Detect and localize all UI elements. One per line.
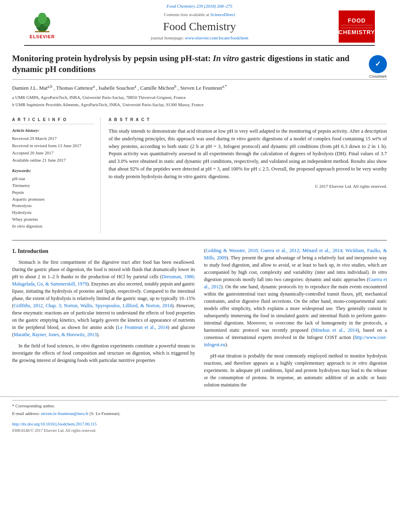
journal-header: Food Chemistry 239 (2018) 268–275 ELSEVI… xyxy=(24,0,375,46)
crossmark-badge: ✓ CrossMark xyxy=(369,55,387,73)
section-divider xyxy=(12,240,387,240)
article-info-col: A R T I C L E I N F O Article history: R… xyxy=(12,117,101,234)
doi-section: http://dx.doi.org/10.1016/j.foodchem.201… xyxy=(12,420,387,428)
email-link[interactable]: steven.le-feunteun@inra.fr xyxy=(41,411,88,416)
received-date: Received 29 March 2017 xyxy=(12,136,95,142)
accepted-date: Accepted 20 June 2017 xyxy=(12,150,95,156)
intro-heading: 1. Introduction xyxy=(12,247,195,255)
badge-chemistry: CHEMISTRY xyxy=(339,29,375,35)
keyword-3: Pepsin xyxy=(12,189,95,196)
crossmark-label: CrossMark xyxy=(369,74,387,79)
author2-sup: a xyxy=(93,84,95,88)
intro-para4: pH-stat titration is probably the most c… xyxy=(204,352,387,388)
journal-header-row: ELSEVIER Contents lists available at Sci… xyxy=(24,10,375,43)
keyword-2: Titrimetry xyxy=(12,183,95,189)
article-info-label: A R T I C L E I N F O xyxy=(12,117,95,125)
author1-sup: a,b xyxy=(47,84,52,88)
page: Food Chemistry 239 (2018) 268–275 ELSEVI… xyxy=(0,0,399,532)
intro-para1: Stomach is the first compartment of the … xyxy=(12,259,195,338)
keyword-7: Whey proteins xyxy=(12,216,95,223)
keywords-label: Keywords: xyxy=(12,168,95,174)
keyword-4: Aspartic proteases xyxy=(12,196,95,203)
elsevier-tree-icon xyxy=(30,13,54,33)
keywords-section: Keywords: pH-stat Titrimetry Pepsin Aspa… xyxy=(12,168,95,230)
elsevier-logo: ELSEVIER xyxy=(24,11,60,42)
journal-title: Food Chemistry xyxy=(60,20,339,33)
crossmark-icon: ✓ xyxy=(369,55,387,73)
affiliation-a: a UMR GMPA, AgroParisTech, INRA, Univers… xyxy=(12,94,387,101)
authors-section: Damien J.L. Mata,b , Thomas Cattenoza , … xyxy=(12,80,387,111)
body-col-left: 1. Introduction Stomach is the first com… xyxy=(12,247,195,392)
rights-footer: 0308-8146/© 2017 Elsevier Ltd. All right… xyxy=(12,428,387,434)
journal-citation: Food Chemistry 239 (2018) 268–275 xyxy=(24,0,375,10)
copyright: © 2017 Elsevier Ltd. All rights reserved… xyxy=(109,183,387,190)
article-info-abstract: A R T I C L E I N F O Article history: R… xyxy=(12,117,387,234)
svg-point-4 xyxy=(38,13,47,24)
affiliation-b: b UMR Ingénierie Procédés Aliments, Agro… xyxy=(12,102,387,108)
abstract-label: A B S T R A C T xyxy=(109,117,387,125)
food-chemistry-badge: FOOD CHEMISTRY xyxy=(339,10,375,43)
article-history: Article history: Received 29 March 2017 … xyxy=(12,127,95,164)
badge-divider xyxy=(341,25,372,28)
contents-note: Contents lists available at ScienceDirec… xyxy=(60,12,339,18)
journal-homepage: journal homepage: www.elsevier.com/locat… xyxy=(60,35,339,41)
homepage-link[interactable]: www.elsevier.com/locate/foodchem xyxy=(185,35,249,40)
abstract-text: This study intends to demonstrate that a… xyxy=(109,127,387,180)
keyword-5: Proteolysis xyxy=(12,203,95,209)
footer-section: * Corresponding author. E-mail address: … xyxy=(0,396,399,433)
keyword-8: In vitro digestion xyxy=(12,223,95,230)
author4-sup: b xyxy=(174,84,176,88)
doi-link[interactable]: http://dx.doi.org/10.1016/j.foodchem.201… xyxy=(12,422,97,426)
elsevier-brand: ELSEVIER xyxy=(30,34,55,40)
article-title: Monitoring protein hydrolysis by pepsin … xyxy=(12,53,369,75)
keyword-6: Hydrolysis xyxy=(12,210,95,216)
body-two-col: 1. Introduction Stomach is the first com… xyxy=(12,247,387,392)
article-title-section: Monitoring protein hydrolysis by pepsin … xyxy=(12,46,387,80)
corresponding-note: * Corresponding author. xyxy=(12,403,387,409)
svg-rect-5 xyxy=(35,31,49,32)
citation-text: Food Chemistry 239 (2018) 268–275 xyxy=(167,4,232,8)
keyword-1: pH-stat xyxy=(12,176,95,182)
received-revised-date: Received in revised form 13 June 2017 xyxy=(12,143,95,149)
author3-sup: a xyxy=(134,84,136,88)
intro-para3: (Golding & Wooster, 2010; Guerra et al.,… xyxy=(204,247,387,348)
body-col-right: (Golding & Wooster, 2010; Guerra et al.,… xyxy=(204,247,387,392)
history-label: Article history: xyxy=(12,127,95,134)
badge-food: FOOD xyxy=(348,18,366,24)
email-footnote: E-mail address: steven.le-feunteun@inra.… xyxy=(12,411,387,417)
available-date: Available online 21 June 2017 xyxy=(12,157,95,164)
intro-para2: In the field of food sciences, in vitro … xyxy=(12,342,195,364)
journal-title-center: Contents lists available at ScienceDirec… xyxy=(60,12,339,41)
author5-sup: a,* xyxy=(222,84,227,88)
authors-line: Damien J.L. Mata,b , Thomas Cattenoza , … xyxy=(12,84,387,92)
abstract-col: A B S T R A C T This study intends to de… xyxy=(109,117,387,234)
